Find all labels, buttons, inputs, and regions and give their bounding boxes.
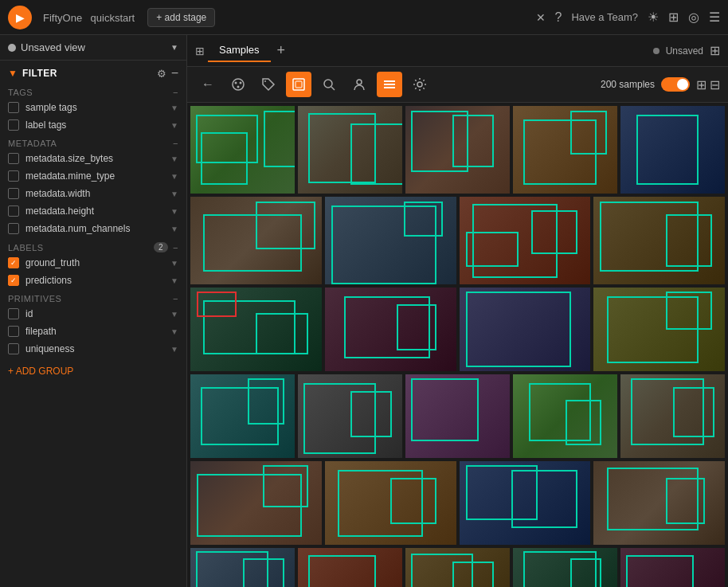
add-stage-button[interactable]: + add stage <box>147 8 215 27</box>
grid-cell-0-2[interactable] <box>405 106 510 194</box>
tab-samples[interactable]: Samples <box>208 39 271 62</box>
view-selector[interactable]: Unsaved view ▼ <box>0 35 186 61</box>
metadata-mime-arrow-icon: ▼ <box>170 172 178 181</box>
primitives-minus-icon[interactable]: − <box>173 294 178 303</box>
grid-cell-5-4[interactable] <box>620 548 725 587</box>
metadata-mime-item[interactable]: metadata.mime_type ▼ <box>0 167 186 185</box>
tags-section: TAGS − <box>0 83 186 99</box>
sun-icon[interactable]: ☀ <box>648 10 659 25</box>
id-item[interactable]: id ▼ <box>0 305 186 323</box>
menu-icon[interactable]: ☰ <box>709 10 720 25</box>
grid-cell-1-2[interactable] <box>460 197 591 284</box>
grid-cell-4-3[interactable] <box>593 461 725 545</box>
filter-collapse-icon[interactable]: − <box>171 67 178 80</box>
toggle-slider[interactable] <box>661 77 690 92</box>
grid-cell-4-1[interactable] <box>325 461 456 545</box>
sample-tags-item[interactable]: sample tags ▼ <box>0 99 186 116</box>
svg-point-3 <box>237 86 240 88</box>
help-icon[interactable]: ? <box>555 10 562 25</box>
tag-button[interactable] <box>256 72 281 97</box>
metadata-mime-checkbox[interactable] <box>8 170 19 182</box>
list-view-button[interactable] <box>377 72 402 97</box>
label-tags-label: label tags <box>25 119 164 131</box>
grid-row-3 <box>190 374 725 458</box>
grid-cell-3-4[interactable] <box>620 374 725 458</box>
back-button[interactable]: ← <box>195 72 221 97</box>
grid-cell-3-1[interactable] <box>298 374 402 458</box>
predictions-item[interactable]: predictions ▼ <box>0 272 186 289</box>
svg-point-7 <box>324 80 332 88</box>
grid-view-large-icon[interactable]: ⊟ <box>710 77 720 92</box>
grid-cell-3-2[interactable] <box>405 374 510 458</box>
grid-cell-5-3[interactable] <box>513 548 617 587</box>
close-icon[interactable]: ✕ <box>536 11 546 24</box>
view-label: Unsaved view <box>21 41 166 53</box>
gear-icon[interactable]: ⚙ <box>157 68 166 80</box>
label-tags-arrow-icon: ▼ <box>170 121 178 130</box>
tab-grid-icon[interactable]: ⊞ <box>195 45 205 57</box>
sample-tags-arrow-icon: ▼ <box>170 104 178 112</box>
sample-tags-label: sample tags <box>25 102 164 113</box>
metadata-minus-icon[interactable]: − <box>173 139 178 148</box>
tab-add-button[interactable]: + <box>274 39 289 62</box>
grid-cell-3-0[interactable] <box>190 374 295 458</box>
unsaved-dot <box>653 48 660 54</box>
grid-cell-1-3[interactable] <box>593 197 725 284</box>
grid-cell-1-0[interactable] <box>190 197 322 284</box>
grid-row-2 <box>190 288 725 371</box>
grid-icon[interactable]: ⊞ <box>668 10 679 25</box>
metadata-width-item[interactable]: metadata.width ▼ <box>0 185 186 202</box>
grid-cell-5-2[interactable] <box>405 548 510 587</box>
sample-count: 200 samples <box>601 79 655 90</box>
grid-cell-3-3[interactable] <box>513 374 617 458</box>
grid-cell-2-1[interactable] <box>325 288 456 371</box>
uniqueness-label: uniqueness <box>25 343 164 354</box>
filepath-checkbox[interactable] <box>8 326 19 337</box>
predictions-checkbox[interactable] <box>8 275 19 286</box>
ground-truth-checkbox[interactable] <box>8 257 19 268</box>
grid-cell-2-2[interactable] <box>460 288 591 371</box>
label-tags-item[interactable]: label tags ▼ <box>0 116 186 134</box>
sample-tags-checkbox[interactable] <box>8 102 19 113</box>
labels-minus-icon[interactable]: − <box>173 243 178 252</box>
github-icon[interactable]: ◎ <box>688 10 699 25</box>
grid-cell-0-3[interactable] <box>513 106 617 194</box>
uniqueness-checkbox[interactable] <box>8 343 19 354</box>
settings-button[interactable] <box>407 72 432 97</box>
id-checkbox[interactable] <box>8 308 19 319</box>
ground-truth-item[interactable]: ground_truth ▼ <box>0 254 186 272</box>
grid-cell-4-0[interactable] <box>190 461 322 545</box>
metadata-height-item[interactable]: metadata.height ▼ <box>0 202 186 220</box>
uniqueness-item[interactable]: uniqueness ▼ <box>0 340 186 358</box>
add-group-button[interactable]: + ADD GROUP <box>0 358 186 385</box>
grid-view-small-icon[interactable]: ⊞ <box>696 77 706 92</box>
svg-point-9 <box>357 80 362 84</box>
grid-cell-1-1[interactable] <box>325 197 456 284</box>
grid-cell-0-1[interactable] <box>298 106 402 194</box>
tags-minus-icon[interactable]: − <box>173 88 178 97</box>
metadata-size-checkbox[interactable] <box>8 153 19 164</box>
grid-cell-2-3[interactable] <box>593 288 725 371</box>
content-area: ⊞ Samples + Unsaved ⊞ ← <box>187 35 728 587</box>
label-tags-checkbox[interactable] <box>8 119 19 131</box>
grid-cell-5-0[interactable] <box>190 548 295 587</box>
grid-cell-5-1[interactable] <box>298 548 402 587</box>
filepath-item[interactable]: filepath ▼ <box>0 323 186 340</box>
metadata-size-item[interactable]: metadata.size_bytes ▼ <box>0 150 186 167</box>
metadata-channels-item[interactable]: metadata.num_channels ▼ <box>0 220 186 237</box>
box-select-button[interactable] <box>286 72 311 97</box>
metadata-width-checkbox[interactable] <box>8 188 19 199</box>
palette-button[interactable] <box>225 72 251 97</box>
svg-point-2 <box>240 82 242 84</box>
person-button[interactable] <box>346 72 372 97</box>
have-team-label: Have a Team? <box>571 11 638 23</box>
metadata-height-checkbox[interactable] <box>8 205 19 217</box>
grid-cell-4-2[interactable] <box>460 461 591 545</box>
metadata-channels-checkbox[interactable] <box>8 223 19 234</box>
grid-cell-0-4[interactable] <box>620 106 725 194</box>
search-button[interactable] <box>316 72 342 97</box>
grid-view-icon[interactable]: ⊞ <box>710 43 720 58</box>
grid-cell-0-0[interactable] <box>190 106 295 194</box>
svg-rect-5 <box>293 79 304 90</box>
grid-cell-2-0[interactable] <box>190 288 322 371</box>
